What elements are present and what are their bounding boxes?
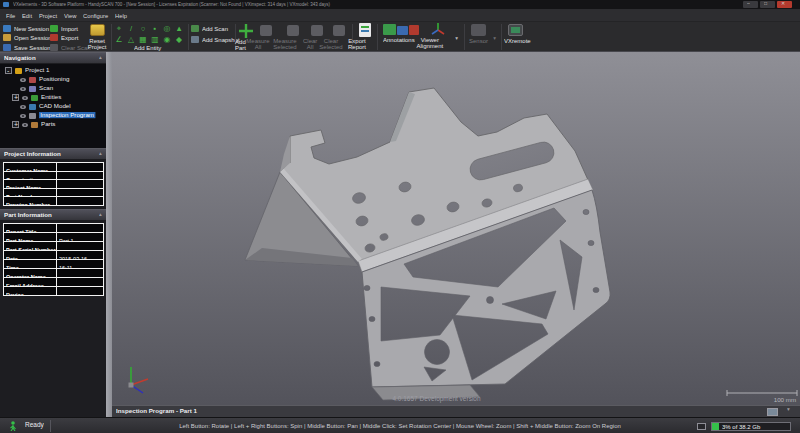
export-report-icon	[359, 23, 371, 37]
memory-gauge-fill	[712, 423, 719, 430]
line-icon[interactable]: /	[125, 25, 137, 33]
expander-icon[interactable]: -	[5, 67, 12, 74]
expander-icon[interactable]: +	[12, 121, 19, 128]
vxremote-button[interactable]: VXremote	[504, 38, 531, 44]
collapse-icon[interactable]: ▴	[99, 212, 102, 218]
table-row[interactable]: Customer Name	[4, 163, 103, 172]
collapse-icon[interactable]: ▴	[99, 55, 102, 61]
snapshot-icon[interactable]	[767, 408, 778, 416]
triangle-icon[interactable]: △	[125, 36, 137, 44]
ready-status-icon	[9, 421, 17, 431]
ellipse-icon[interactable]: ◎	[161, 25, 173, 33]
measure-selected-button[interactable]: Measure Selected	[273, 38, 297, 50]
version-text: 4.0.1657 Development version	[391, 396, 482, 403]
export-button[interactable]: Export	[61, 35, 78, 41]
navigation-header[interactable]: Navigation ▴	[0, 52, 106, 63]
menu-configure[interactable]: Configure	[83, 13, 108, 19]
collapse-icon[interactable]: ▴	[99, 151, 102, 157]
viewport-3d[interactable]: 4.0.1657 Development version 100 mm	[112, 52, 800, 405]
eye-icon[interactable]	[22, 96, 28, 100]
facet-icon[interactable]: ◆	[173, 36, 185, 44]
parts-icon	[31, 122, 38, 128]
maximize-button[interactable]: □	[760, 1, 775, 8]
eye-icon[interactable]	[20, 78, 26, 82]
tab-inspection-program[interactable]: Inspection Program - Part 1	[116, 408, 197, 414]
vector-icon[interactable]: ∠	[113, 36, 125, 44]
table-row[interactable]: Drawing Number	[4, 197, 103, 205]
add-entity-row2: ∠△▦▥◉◆	[113, 34, 187, 44]
left-panel: Navigation ▴ - Project 1 Positioning Sca…	[0, 52, 106, 417]
table-row[interactable]: Part Serial Number	[4, 242, 103, 251]
new-session-button[interactable]: New Session	[14, 26, 49, 32]
memory-gauge: 3% of 38.2 Gb	[711, 422, 791, 431]
memory-usage-text: 3% of 38.2 Gb	[722, 424, 760, 430]
menu-view[interactable]: View	[64, 13, 76, 19]
table-row[interactable]: Organization	[4, 172, 103, 181]
annotations-button[interactable]: Annotations	[383, 37, 415, 43]
minimize-button[interactable]: –	[743, 1, 758, 8]
save-session-button[interactable]: Save Session	[14, 45, 51, 51]
clear-selected-button[interactable]: Clear Selected	[319, 38, 343, 50]
point-icon[interactable]: ⌖	[113, 25, 125, 33]
sensor-button[interactable]: Sensor	[469, 38, 488, 44]
sphere-icon[interactable]: ◉	[161, 36, 173, 44]
navigation-title: Navigation	[4, 55, 36, 61]
export-report-button[interactable]: Export Report	[345, 38, 369, 50]
expander-icon[interactable]: +	[12, 94, 19, 101]
menu-project[interactable]: Project	[39, 13, 57, 19]
memory-chip-icon	[697, 423, 706, 430]
menu-edit[interactable]: Edit	[22, 13, 32, 19]
cone-icon[interactable]: ▲	[173, 25, 185, 33]
tree-item-cad-model[interactable]: CAD Model	[0, 102, 106, 111]
eye-icon[interactable]	[20, 114, 26, 118]
close-button[interactable]: ✕	[777, 1, 792, 8]
project-information-header[interactable]: Project Information ▴	[0, 148, 106, 159]
point-target-icon[interactable]: ▪	[149, 25, 161, 33]
viewer-alignment-button[interactable]: Viewer Alignment	[416, 37, 444, 49]
table-row[interactable]: Operator Name	[4, 269, 103, 278]
open-session-button[interactable]: Open Session	[14, 35, 52, 41]
sensor-chevron-icon[interactable]: ▾	[493, 35, 496, 41]
plane-icon[interactable]: ▦	[137, 36, 149, 44]
table-row[interactable]: Date2015-03-16	[4, 251, 103, 260]
add-scan-button[interactable]: Add Scan	[202, 26, 228, 32]
table-row[interactable]: Report Title	[4, 224, 103, 233]
annotations-icon-3	[409, 25, 419, 35]
clear-all-button[interactable]: Clear All	[300, 38, 320, 50]
measure-all-button[interactable]: Measure All	[246, 38, 270, 50]
import-button[interactable]: Import	[61, 26, 78, 32]
reset-project-button[interactable]: Reset Project	[84, 38, 110, 50]
vxremote-icon	[508, 24, 523, 36]
add-entity-row1: ⌖/○▪◎▲	[113, 23, 187, 33]
tree-item-scan[interactable]: Scan	[0, 84, 106, 93]
table-row[interactable]: Time16:11	[4, 260, 103, 269]
eye-icon[interactable]	[20, 105, 26, 109]
tree-item-parts[interactable]: + Parts	[0, 120, 106, 129]
new-session-icon	[3, 25, 11, 32]
save-session-icon	[3, 44, 11, 51]
table-row[interactable]: Email Address	[4, 278, 103, 287]
tree-item-inspection-program[interactable]: Inspection Program	[0, 111, 106, 120]
tree-item-project[interactable]: - Project 1	[0, 66, 106, 75]
toolbar: New Session Open Session Save Session Im…	[0, 22, 800, 51]
menu-help[interactable]: Help	[115, 13, 127, 19]
tree-item-entities[interactable]: + Entities	[0, 93, 106, 102]
vxelements-window: VXelements - 3D Software Platform - Hand…	[0, 0, 800, 433]
mouse-hints: Left Button: Rotate | Left + Right Butto…	[172, 423, 628, 429]
table-row[interactable]: Part NamePart 1	[4, 233, 103, 242]
table-row[interactable]: Device	[4, 287, 103, 295]
open-session-icon	[3, 34, 11, 41]
eye-icon[interactable]	[22, 123, 28, 127]
circle-icon[interactable]: ○	[137, 25, 149, 33]
tab-list-chevron-icon[interactable]: ▾	[787, 407, 790, 413]
navigation-tree: - Project 1 Positioning Scan + Entities	[0, 64, 106, 148]
eye-icon[interactable]	[20, 87, 26, 91]
table-row[interactable]: Project Name	[4, 180, 103, 189]
viewer-alignment-chevron-icon[interactable]: ▾	[455, 35, 458, 41]
add-part-icon	[239, 24, 253, 38]
slab-icon[interactable]: ▥	[149, 36, 161, 44]
table-row[interactable]: Part Number	[4, 189, 103, 198]
part-information-header[interactable]: Part Information ▴	[0, 209, 106, 220]
tree-item-positioning[interactable]: Positioning	[0, 75, 106, 84]
menu-file[interactable]: File	[6, 13, 15, 19]
